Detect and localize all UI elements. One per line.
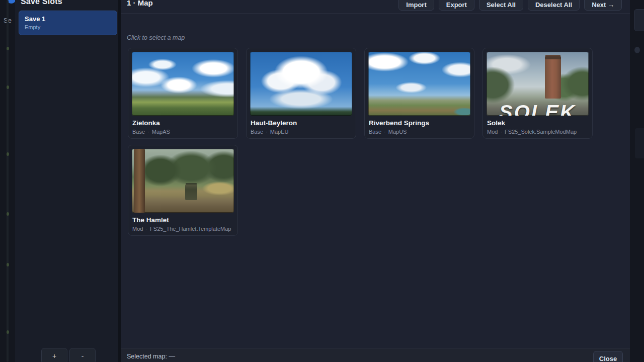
map-step-panel: 1 · Map Import Export Select All Deselec… (121, 0, 630, 362)
import-button[interactable]: Import (398, 0, 434, 11)
save-slot-name: Save 1 (25, 15, 111, 23)
map-card-zielonka[interactable]: Zielonka Base·MapAS (128, 48, 238, 139)
map-thumbnail (250, 52, 352, 116)
app-root: Se Save Slots Save 1 Empty + - 1 · Map (0, 0, 644, 362)
export-button[interactable]: Export (439, 0, 474, 11)
map-thumbnail (132, 52, 234, 116)
map-meta: Base·MapUS (368, 129, 470, 135)
save-slot-item[interactable]: Save 1 Empty (19, 11, 117, 35)
map-type: Mod (132, 226, 143, 232)
background-foliage-dot (7, 212, 9, 216)
map-meta: Mod·FS25_The_Hamlet.TemplateMap (132, 226, 234, 232)
map-card-the-hamlet[interactable]: The Hamlet Mod·FS25_The_Hamlet.TemplateM… (128, 145, 238, 236)
map-id: FS25_Solek.SampleModMap (505, 129, 577, 135)
meta-separator: · (384, 129, 386, 135)
map-type: Base (132, 129, 145, 135)
background-page-left: Se (0, 0, 15, 362)
map-select-dialog: Save Slots Save 1 Empty + - 1 · Map Impo… (15, 0, 630, 362)
map-card-haut-beyleron[interactable]: Haut-Beyleron Base·MapEU (246, 48, 356, 139)
save-slots-panel: Save Slots Save 1 Empty + - (15, 0, 121, 362)
map-type: Base (369, 129, 381, 135)
deselect-all-button[interactable]: Deselect All (528, 0, 580, 11)
map-thumbnail (368, 52, 470, 116)
map-meta: Mod·FS25_Solek.SampleModMap (487, 129, 589, 135)
next-button[interactable]: Next → (584, 0, 622, 11)
map-id: MapUS (388, 129, 407, 135)
map-card-solek[interactable]: SOLEK Solek Mod·FS25_Solek.SampleModMap (482, 48, 593, 139)
header-toolbar: Import Export Select All Deselect All Ne… (398, 0, 622, 11)
save-slot-status: Empty (25, 24, 111, 30)
map-id: MapAS (152, 129, 170, 135)
background-foliage-dot (7, 85, 9, 89)
selected-map-value: — (169, 353, 175, 360)
map-card-riverbend-springs[interactable]: Riverbend Springs Base·MapUS (364, 48, 474, 139)
map-grid-area: Click to select a map Zielonka Base·MapA… (121, 14, 630, 348)
status-bar: Selected map: — Close (121, 348, 630, 362)
background-scrollbar (7, 0, 9, 362)
map-id: MapEU (270, 129, 289, 135)
background-foliage-dot (7, 330, 9, 334)
background-page-right (630, 0, 644, 362)
close-button[interactable]: Close (593, 351, 623, 362)
solek-logo-text: SOLEK (493, 101, 583, 116)
background-partial-button (634, 9, 644, 31)
map-thumbnail: SOLEK (487, 52, 589, 116)
map-id: FS25_The_Hamlet.TemplateMap (150, 226, 231, 232)
select-all-button[interactable]: Select All (479, 0, 523, 11)
remove-slot-button[interactable]: - (69, 348, 96, 362)
meta-separator: · (147, 129, 149, 135)
selected-map-status: Selected map: — (127, 353, 175, 360)
step-header: 1 · Map Import Export Select All Deselec… (121, 0, 630, 14)
background-foliage-dot (7, 263, 9, 266)
map-name: Zielonka (132, 119, 234, 127)
selected-map-label: Selected map: (127, 353, 167, 360)
map-type: Mod (487, 129, 498, 135)
background-partial-panel (635, 128, 644, 158)
add-slot-button[interactable]: + (41, 348, 67, 362)
background-foliage-dot (7, 47, 9, 50)
map-meta: Base·MapAS (132, 129, 234, 135)
map-name: Solek (487, 119, 589, 127)
map-name: Riverbend Springs (368, 119, 470, 127)
save-slots-footer: + - (15, 348, 118, 362)
selection-hint: Click to select a map (127, 34, 185, 41)
background-partial-dot (634, 47, 640, 53)
map-meta: Base·MapEU (250, 129, 352, 135)
map-grid: Zielonka Base·MapAS Haut-Beyleron Base·M… (128, 48, 611, 236)
map-name: The Hamlet (132, 216, 234, 224)
meta-separator: · (266, 129, 268, 135)
save-slots-title: Save Slots (21, 0, 62, 6)
map-type: Base (251, 129, 263, 135)
map-thumbnail (132, 149, 234, 213)
background-foliage-dot (7, 152, 9, 156)
step-title: 1 · Map (127, 0, 153, 7)
meta-separator: · (500, 129, 502, 135)
meta-separator: · (145, 226, 147, 232)
map-name: Haut-Beyleron (250, 119, 352, 127)
